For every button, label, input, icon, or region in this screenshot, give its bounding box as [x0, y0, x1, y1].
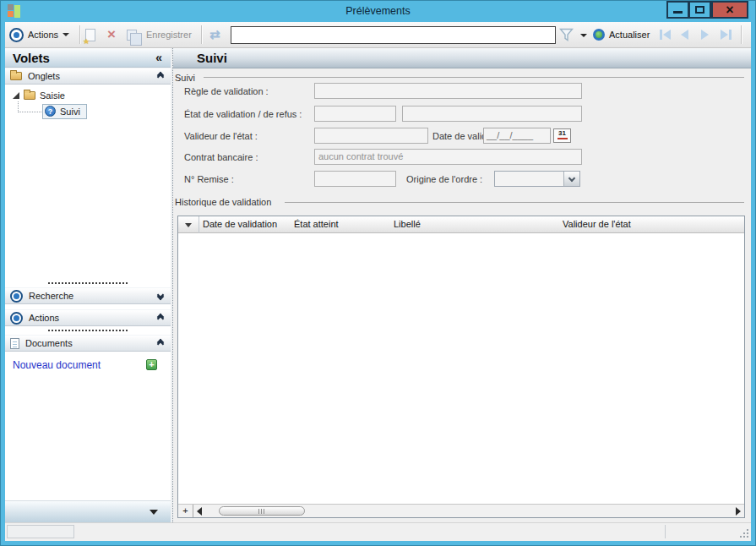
target-icon — [10, 290, 23, 303]
scroll-left-arrow-icon[interactable] — [197, 507, 202, 516]
resize-grip-icon[interactable] — [739, 528, 748, 538]
chevron-up-double-icon — [158, 340, 163, 347]
remise-label: N° Remise : — [184, 174, 234, 184]
delete-record-button[interactable] — [107, 22, 116, 47]
tree-node-label: Suivi — [60, 106, 80, 117]
tree-node-suivi[interactable]: Suivi — [42, 104, 87, 119]
folder-icon — [24, 91, 35, 100]
window-minimize-button[interactable] — [666, 1, 689, 19]
toolbar-separator — [79, 25, 80, 44]
scroll-right-arrow-icon[interactable] — [736, 507, 741, 516]
new-record-button[interactable] — [85, 22, 95, 47]
section-label: Actions — [29, 313, 152, 323]
target-icon — [10, 312, 23, 325]
refresh-label: Actualiser — [609, 30, 650, 40]
sidebar-section-actions[interactable]: Actions — [5, 309, 171, 326]
tree-connector — [18, 101, 41, 112]
status-cell-left — [7, 525, 74, 538]
toolbar-separator — [201, 25, 202, 44]
refresh-button[interactable]: Actualiser — [593, 22, 650, 47]
panel-splitter[interactable] — [5, 279, 171, 287]
window-title: Prélèvements — [0, 0, 756, 22]
window-maximize-button[interactable] — [688, 1, 711, 19]
origine-select[interactable] — [494, 171, 580, 187]
sync-icon — [209, 27, 220, 42]
panel-scroll-down-button[interactable] — [5, 500, 171, 522]
close-icon — [726, 3, 733, 17]
nav-last-button[interactable] — [721, 22, 732, 47]
target-icon — [9, 28, 24, 42]
add-document-button[interactable] — [146, 359, 157, 370]
historique-table: Date de validation État atteint Libellé … — [177, 216, 745, 518]
next-record-icon — [701, 30, 709, 40]
add-row-button[interactable] — [178, 505, 193, 517]
contrat-input: aucun contrat trouvé — [314, 149, 582, 165]
regle-label: Règle de validation : — [184, 86, 269, 96]
sidebar-section-documents[interactable]: Documents — [5, 335, 171, 352]
horizontal-scrollbar[interactable] — [178, 504, 744, 517]
window-close-button[interactable] — [711, 1, 748, 19]
collapse-sidebar-icon[interactable] — [155, 51, 162, 64]
funnel-icon — [559, 28, 574, 41]
section-label: Recherche — [29, 291, 152, 301]
tree-expander-icon[interactable] — [13, 92, 19, 99]
select-dropdown-button[interactable] — [563, 172, 579, 186]
toolbar: Actions Enregistrer Actualiser — [5, 22, 751, 48]
save-button[interactable]: Enregistrer — [127, 22, 192, 47]
page-header: Suivi — [173, 48, 751, 68]
valideur-input — [314, 128, 428, 144]
maximize-icon — [695, 6, 704, 14]
column-header-valideur[interactable]: Valideur de l'état — [563, 219, 631, 229]
group-border — [204, 77, 744, 78]
contrat-label: Contrat bancaire : — [184, 152, 258, 162]
table-body-empty[interactable] — [179, 233, 743, 504]
sync-button[interactable] — [209, 22, 220, 47]
scrollbar-thumb[interactable] — [219, 506, 305, 516]
chevron-down-icon — [150, 510, 158, 515]
actions-menu-button[interactable]: Actions — [9, 22, 69, 47]
column-header-libelle[interactable]: Libellé — [394, 219, 421, 229]
sidebar-section-onglets[interactable]: Onglets — [5, 68, 171, 85]
etat-refus-input — [402, 106, 582, 122]
main-panel: Suivi Suivi Règle de validation : État d… — [173, 48, 751, 522]
origine-label: Origine de l'ordre : — [406, 174, 482, 184]
actions-menu-label: Actions — [28, 30, 58, 40]
chevron-down-icon — [63, 33, 69, 36]
chevron-down-double-icon — [158, 292, 163, 299]
date-validation-input[interactable]: __/__/____ — [483, 128, 551, 144]
minimize-icon — [673, 11, 683, 14]
first-record-icon — [660, 30, 662, 40]
filter-dropdown-caret-icon[interactable] — [580, 34, 587, 37]
save-label: Enregistrer — [146, 30, 192, 40]
row-selector-filter-icon[interactable] — [185, 223, 192, 227]
panel-splitter[interactable] — [5, 326, 171, 335]
remise-input — [314, 171, 396, 187]
refresh-icon — [593, 29, 605, 41]
nav-next-button[interactable] — [701, 22, 709, 47]
thumb-grip-icon — [258, 509, 259, 514]
search-input[interactable] — [231, 26, 556, 44]
last-record-icon — [721, 30, 728, 40]
onglets-tree: Saisie Suivi — [5, 85, 171, 279]
column-header-date[interactable]: Date de validation — [203, 219, 277, 229]
toolbar-separator — [741, 25, 742, 44]
sidebar-volets: Volets Onglets Saisie Suivi — [5, 48, 171, 522]
new-document-link[interactable]: Nouveau document — [13, 359, 101, 371]
document-icon — [10, 338, 19, 349]
chevron-up-double-icon — [158, 314, 163, 321]
column-header-etat[interactable]: État atteint — [294, 219, 339, 229]
tree-node-saisie[interactable]: Saisie — [13, 90, 65, 101]
save-icon — [127, 30, 137, 41]
etat-validation-input — [314, 106, 396, 122]
selected-tree-node[interactable]: Suivi — [42, 104, 87, 119]
nav-first-button[interactable] — [660, 22, 671, 47]
nav-previous-button[interactable] — [681, 22, 688, 47]
calendar-picker-button[interactable]: 31 — [553, 128, 571, 143]
new-document-icon — [85, 29, 95, 41]
sidebar-title: Volets — [13, 51, 155, 65]
sidebar-section-recherche[interactable]: Recherche — [5, 287, 171, 304]
etat-label: État de validation / de refus : — [184, 109, 302, 119]
group-border — [285, 202, 744, 203]
titlebar: Prélèvements — [0, 0, 756, 22]
filter-button[interactable] — [559, 22, 574, 47]
